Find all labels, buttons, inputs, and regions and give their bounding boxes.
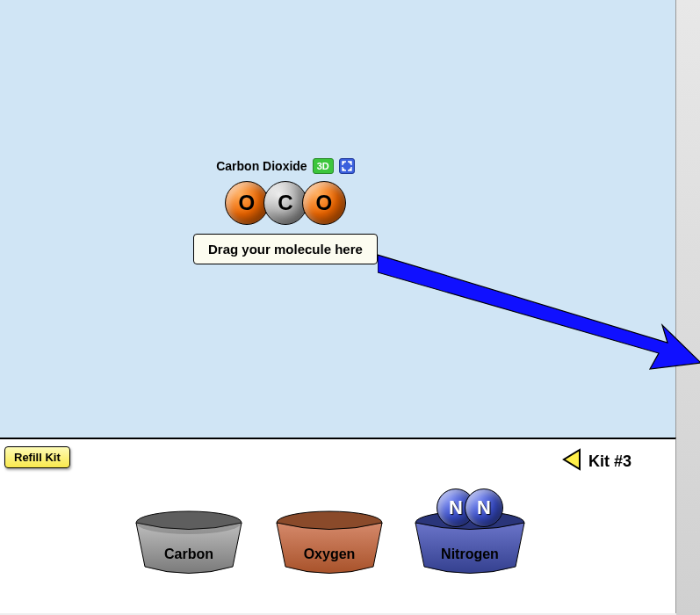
pointer-arrow (378, 246, 700, 387)
kit-prev-icon[interactable] (562, 448, 581, 474)
atom-oxygen[interactable]: O (302, 181, 346, 225)
view-3d-button[interactable]: 3D (313, 158, 334, 174)
svg-point-3 (136, 511, 242, 534)
bucket-atoms-nitrogen[interactable]: N N (413, 488, 527, 527)
kit-label: Kit #3 (588, 452, 631, 471)
bucket-oxygen[interactable]: Oxygen (272, 510, 386, 580)
atom-oxygen[interactable]: O (225, 181, 269, 225)
drag-target-box[interactable]: Drag your molecule here (193, 234, 378, 264)
molecule-atoms[interactable]: O C O (193, 181, 378, 225)
bucket-label: Nitrogen (413, 546, 527, 562)
svg-marker-0 (378, 255, 700, 369)
atom-carbon[interactable]: C (263, 181, 307, 225)
kit-panel: Refill Kit Kit #3 Carbon (0, 438, 676, 613)
bucket-label: Carbon (132, 546, 246, 562)
molecule-name: Carbon Dioxide (216, 159, 307, 173)
bucket-nitrogen[interactable]: N N Nitrogen (413, 510, 527, 580)
atom-nitrogen[interactable]: N (465, 488, 503, 527)
atom-buckets: Carbon Oxygen N N (132, 510, 527, 580)
refill-kit-button[interactable]: Refill Kit (4, 446, 70, 468)
workspace-area[interactable]: Carbon Dioxide 3D O C O Drag your molecu… (0, 0, 676, 438)
svg-marker-1 (564, 450, 580, 469)
kit-navigation: Kit #3 (562, 448, 631, 474)
right-sidebar-strip (676, 0, 700, 615)
molecule-display: Carbon Dioxide 3D O C O Drag your molecu… (193, 158, 378, 264)
bucket-carbon[interactable]: Carbon (132, 510, 246, 580)
bucket-label: Oxygen (272, 546, 386, 562)
expand-icon[interactable] (339, 158, 355, 174)
